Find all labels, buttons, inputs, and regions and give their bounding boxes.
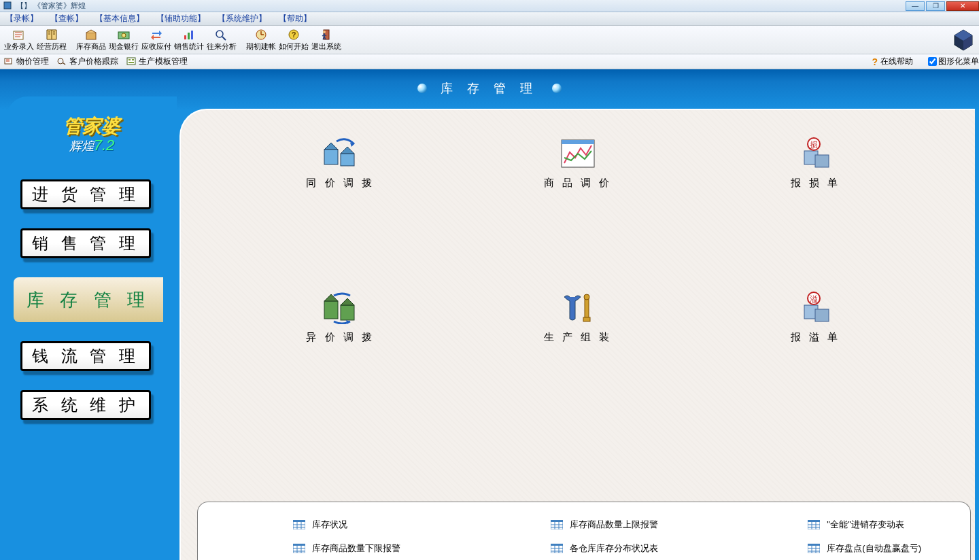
tool-customer-price-track[interactable]: 客户价格跟踪	[57, 56, 118, 67]
svg-text:溢: 溢	[810, 294, 818, 304]
link-inbound-outbound-report[interactable]: "全能"进销存变动表	[712, 513, 970, 537]
nav-purchase-management[interactable]: 进 货 管 理	[20, 179, 151, 209]
svg-rect-31	[815, 155, 829, 167]
decorative-orb-icon	[552, 84, 562, 93]
svg-rect-36	[341, 305, 354, 320]
tool-receivable-payable[interactable]: 应收应付	[140, 28, 173, 52]
question-icon: ?	[286, 28, 302, 41]
tool-inventory[interactable]: 库存商品	[75, 28, 107, 52]
menu-query[interactable]: 【查帐】	[50, 13, 83, 24]
menu-basic-info[interactable]: 【基本信息】	[95, 13, 144, 24]
tool-initial-account[interactable]: 期初建帐	[245, 28, 277, 52]
svg-rect-47	[293, 520, 305, 522]
table-icon	[293, 544, 305, 553]
link-upper-limit-alarm[interactable]: 库存商品数量上限报警	[456, 513, 713, 537]
question-mark-icon: ?	[872, 56, 878, 67]
func-overflow-report[interactable]: 溢 报 溢 单	[791, 292, 840, 344]
tool-business-entry[interactable]: 业务录入	[3, 28, 35, 52]
graphical-menu-checkbox[interactable]: 图形化菜单	[928, 56, 979, 67]
price-chart-icon	[557, 137, 598, 170]
svg-rect-0	[4, 2, 11, 9]
chart-icon	[181, 28, 197, 41]
main-area: 库 存 管 理 管家婆 辉煌7.2 进 货 管 理 销 售 管 理 库 存 管 …	[0, 69, 979, 560]
nav-cash-flow-management[interactable]: 钱 流 管 理	[20, 341, 151, 371]
secondary-toolbar: 物价管理 客户价格跟踪 生产模板管理 ? 在线帮助 图形化菜单	[0, 54, 979, 69]
svg-rect-2	[86, 33, 96, 39]
tool-production-template[interactable]: 生产模板管理	[126, 56, 188, 67]
svg-marker-24	[324, 143, 338, 150]
tools-icon	[557, 292, 598, 324]
nav-system-maintenance[interactable]: 系 统 维 护	[20, 390, 151, 420]
svg-point-40	[584, 294, 589, 300]
svg-rect-41	[583, 317, 590, 321]
func-same-price-transfer[interactable]: 同 价 调 拨	[306, 137, 375, 190]
func-damage-report[interactable]: 损 报 损 单	[791, 137, 840, 190]
maximize-button[interactable]: ❐	[926, 1, 945, 11]
svg-point-4	[122, 33, 126, 37]
bottom-links-panel: 库存状况 库存商品数量上限报警 "全能"进销存变动表 库存商品数量下限报警 各仓…	[197, 502, 971, 560]
link-warehouse-distribution[interactable]: 各仓库库存分布状况表	[456, 537, 713, 561]
menu-help[interactable]: 【帮助】	[279, 13, 311, 24]
func-diff-price-transfer[interactable]: 异 价 调 拨	[306, 292, 375, 344]
table-icon	[293, 520, 305, 529]
table-icon	[551, 520, 563, 529]
close-button[interactable]: ✕	[946, 1, 979, 11]
separator	[69, 30, 73, 50]
menu-system[interactable]: 【系统维护】	[218, 13, 267, 24]
page-title: 库 存 管 理	[441, 80, 538, 97]
tool-online-help[interactable]: ? 在线帮助	[872, 56, 913, 67]
link-inventory-status[interactable]: 库存状况	[198, 513, 456, 537]
svg-text:损: 损	[810, 140, 818, 150]
svg-point-8	[216, 31, 223, 37]
svg-rect-49	[551, 520, 563, 522]
tool-sales-stats[interactable]: 销售统计	[173, 28, 205, 52]
edit-icon	[11, 28, 27, 41]
warehouse-transfer2-icon	[320, 292, 361, 324]
tool-exit[interactable]: 退出系统	[310, 28, 343, 52]
table-icon	[808, 520, 820, 529]
separator	[239, 30, 243, 50]
menu-record[interactable]: 【录帐】	[5, 13, 38, 24]
svg-rect-25	[341, 154, 354, 166]
svg-rect-23	[324, 150, 338, 164]
menu-assist[interactable]: 【辅助功能】	[156, 13, 205, 24]
svg-rect-43	[815, 309, 829, 321]
tool-history[interactable]: 经营历程	[35, 28, 68, 52]
app-logo: 管家婆 辉煌7.2	[7, 97, 177, 171]
book-icon	[44, 28, 60, 41]
sidebar: 管家婆 辉煌7.2 进 货 管 理 销 售 管 理 库 存 管 理 钱 流 管 …	[0, 69, 177, 560]
overflow-icon: 溢	[795, 292, 836, 324]
tool-how-to-start[interactable]: ? 如何开始	[277, 28, 310, 52]
exit-icon	[318, 28, 334, 41]
tool-price-management[interactable]: 物价管理	[4, 56, 49, 67]
window-controls: — ❐ ✕	[904, 1, 979, 11]
svg-point-18	[58, 58, 63, 64]
main-toolbar: 业务录入 经营历程 库存商品 现金银行 应收应付 销售统计 往来分析 期初建帐 …	[0, 26, 979, 54]
clock-icon	[253, 28, 269, 41]
price-tag-icon	[4, 57, 15, 67]
damage-icon: 损	[795, 137, 836, 170]
content-panel: 同 价 调 拨 商 品 调 价 损 报 损 单 异 价	[179, 109, 975, 560]
svg-rect-20	[128, 59, 131, 60]
table-icon	[808, 544, 820, 553]
svg-rect-55	[551, 544, 563, 546]
nav-sales-management[interactable]: 销 售 管 理	[20, 228, 151, 258]
money-icon	[116, 28, 132, 41]
link-inventory-count[interactable]: 库存盘点(自动盘赢盘亏)	[712, 537, 970, 561]
function-grid: 同 价 调 拨 商 品 调 价 损 报 损 单 异 价	[222, 137, 934, 344]
func-production-assembly[interactable]: 生 产 组 装	[544, 292, 613, 344]
tool-cash-bank[interactable]: 现金银行	[107, 28, 140, 52]
minimize-button[interactable]: —	[906, 1, 925, 11]
svg-rect-22	[128, 62, 134, 63]
svg-rect-6	[188, 33, 190, 39]
nav-inventory-management[interactable]: 库 存 管 理	[14, 277, 163, 322]
warehouse-transfer-icon	[320, 137, 361, 170]
table-icon	[551, 544, 563, 553]
svg-rect-19	[127, 58, 135, 65]
track-icon	[57, 57, 68, 67]
svg-rect-51	[808, 520, 820, 522]
tool-contacts-analysis[interactable]: 往来分析	[205, 28, 238, 52]
func-product-reprice[interactable]: 商 品 调 价	[544, 137, 613, 190]
app-logo-cube-icon	[952, 29, 975, 52]
link-lower-limit-alarm[interactable]: 库存商品数量下限报警	[198, 537, 456, 561]
